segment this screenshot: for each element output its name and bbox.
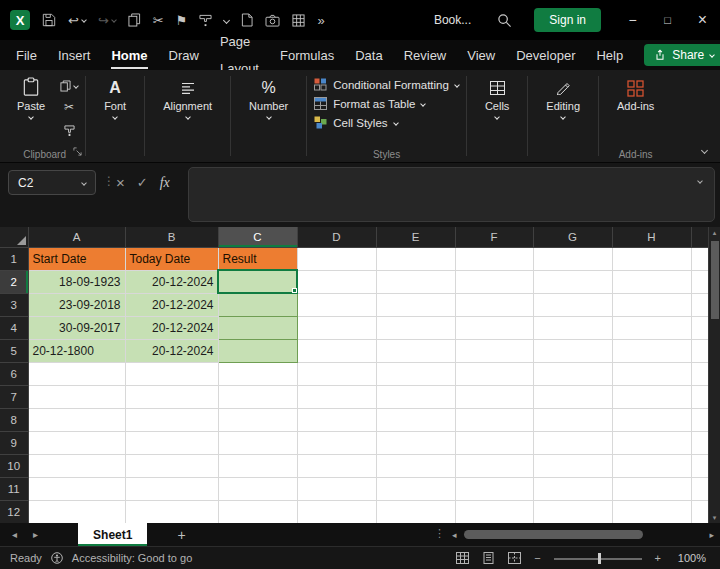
cell-H10[interactable] [612, 454, 691, 477]
cell-C11[interactable] [218, 477, 297, 500]
enter-check-icon[interactable]: ✓ [137, 175, 148, 190]
excel-logo-icon[interactable]: X [10, 10, 30, 30]
row-header-7[interactable]: 7 [0, 385, 28, 408]
cell-H3[interactable] [612, 293, 691, 316]
tab-review[interactable]: Review [404, 42, 447, 69]
cell-D11[interactable] [297, 477, 376, 500]
cell-H9[interactable] [612, 431, 691, 454]
row-header-9[interactable]: 9 [0, 431, 28, 454]
editing-button[interactable]: Editing [535, 75, 591, 119]
cell-styles-button[interactable]: Cell Styles [314, 116, 397, 129]
format-painter-icon[interactable] [199, 14, 212, 27]
cell-A8[interactable] [28, 408, 125, 431]
cut-icon[interactable]: ✂ [153, 14, 164, 27]
cell-B10[interactable] [125, 454, 218, 477]
cell-D2[interactable] [297, 270, 376, 293]
cell-C3[interactable] [218, 293, 297, 316]
cell-G1[interactable] [533, 247, 612, 270]
cell-D4[interactable] [297, 316, 376, 339]
more-commands-icon[interactable]: » [317, 14, 324, 27]
maximize-button[interactable]: □ [650, 0, 685, 40]
cell-B1[interactable]: Today Date [125, 247, 218, 270]
cell-G8[interactable] [533, 408, 612, 431]
flag-icon[interactable]: ⚑ [176, 14, 188, 27]
copy-button[interactable] [60, 80, 78, 92]
cell-H6[interactable] [612, 362, 691, 385]
vertical-scroll-thumb[interactable] [711, 241, 719, 319]
hscroll-right-icon[interactable]: ▸ [709, 530, 714, 540]
cell-F11[interactable] [455, 477, 533, 500]
formula-input[interactable] [188, 167, 715, 222]
add-sheet-button[interactable]: + [177, 527, 185, 543]
row-header-3[interactable]: 3 [0, 293, 28, 316]
cell-A7[interactable] [28, 385, 125, 408]
page-layout-view-button[interactable] [482, 552, 495, 564]
col-header-H[interactable]: H [612, 227, 691, 247]
row-header-11[interactable]: 11 [0, 477, 28, 500]
cell-A2[interactable]: 18-09-1923 [28, 270, 125, 293]
cell-G12[interactable] [533, 500, 612, 523]
cell-A10[interactable] [28, 454, 125, 477]
cut-icon[interactable]: ✂ [64, 100, 74, 114]
cell-E9[interactable] [376, 431, 455, 454]
minimize-button[interactable]: − [615, 0, 650, 40]
row-header-4[interactable]: 4 [0, 316, 28, 339]
cell-G5[interactable] [533, 339, 612, 362]
cell-F2[interactable] [455, 270, 533, 293]
format-painter-icon[interactable] [64, 122, 75, 140]
cell-A3[interactable]: 23-09-2018 [28, 293, 125, 316]
save-icon[interactable] [42, 13, 56, 27]
col-header-E[interactable]: E [376, 227, 455, 247]
cell-H2[interactable] [612, 270, 691, 293]
col-header-G[interactable]: G [533, 227, 612, 247]
page-break-view-button[interactable] [508, 552, 521, 564]
cell-B2[interactable]: 20-12-2024 [125, 270, 218, 293]
row-header-2[interactable]: 2 [0, 270, 28, 293]
cell-H5[interactable] [612, 339, 691, 362]
cell-D10[interactable] [297, 454, 376, 477]
cell-A1[interactable]: Start Date [28, 247, 125, 270]
cell-D5[interactable] [297, 339, 376, 362]
cell-G10[interactable] [533, 454, 612, 477]
cell-G9[interactable] [533, 431, 612, 454]
new-document-icon[interactable] [241, 13, 253, 27]
copy-icon[interactable] [128, 13, 141, 27]
cell-D12[interactable] [297, 500, 376, 523]
cell-H7[interactable] [612, 385, 691, 408]
number-button[interactable]: % Number [238, 75, 299, 119]
sheet-prev-icon[interactable]: ◂ [12, 529, 17, 540]
accessibility-icon[interactable] [51, 552, 63, 564]
sheet-next-icon[interactable]: ▸ [33, 529, 38, 540]
cell-C12[interactable] [218, 500, 297, 523]
cancel-icon[interactable]: × [116, 174, 125, 191]
cell-F6[interactable] [455, 362, 533, 385]
chevron-down-icon[interactable] [223, 16, 230, 23]
tab-file[interactable]: File [16, 42, 37, 69]
cell-A9[interactable] [28, 431, 125, 454]
tab-view[interactable]: View [467, 42, 495, 69]
scroll-down-icon[interactable]: ▾ [713, 512, 717, 523]
cell-E8[interactable] [376, 408, 455, 431]
cell-D6[interactable] [297, 362, 376, 385]
cell-H11[interactable] [612, 477, 691, 500]
addins-button[interactable]: Add-ins [606, 75, 665, 112]
table-icon[interactable] [292, 14, 305, 27]
undo-button[interactable]: ↩ [68, 14, 86, 27]
cell-E10[interactable] [376, 454, 455, 477]
close-button[interactable]: × [685, 0, 720, 40]
row-header-12[interactable]: 12 [0, 500, 28, 523]
cell-D9[interactable] [297, 431, 376, 454]
horizontal-scrollbar[interactable]: ◂ ▸ [452, 523, 714, 546]
cell-G11[interactable] [533, 477, 612, 500]
cell-C2[interactable] [218, 270, 297, 293]
sheet-options-icon[interactable]: ⋮ [434, 527, 445, 540]
accessibility-status[interactable]: Accessibility: Good to go [72, 552, 192, 564]
sheet-tab-sheet1[interactable]: Sheet1 [78, 523, 147, 546]
tab-draw[interactable]: Draw [169, 42, 199, 69]
cell-C8[interactable] [218, 408, 297, 431]
col-header-F[interactable]: F [455, 227, 533, 247]
cell-C1[interactable]: Result [218, 247, 297, 270]
camera-icon[interactable] [265, 14, 280, 27]
row-header-10[interactable]: 10 [0, 454, 28, 477]
cell-F4[interactable] [455, 316, 533, 339]
